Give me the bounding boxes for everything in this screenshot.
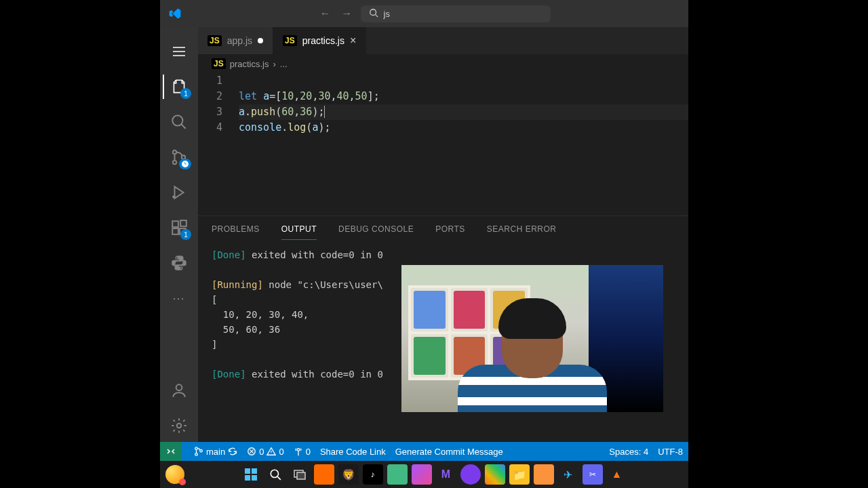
- panel-tabs: PROBLEMS OUTPUT DEBUG CONSOLE PORTS SEAR…: [198, 216, 688, 242]
- activity-bar: 1 1 ⋯: [160, 27, 198, 442]
- search-taskbar-icon[interactable]: [265, 464, 285, 485]
- file-explorer-icon[interactable]: 📁: [509, 464, 530, 485]
- svg-rect-17: [245, 468, 250, 474]
- task-view-icon[interactable]: [290, 464, 310, 485]
- status-bar: main 0 0 0 Share Code Link Generate Comm…: [160, 442, 688, 461]
- app-icon[interactable]: [534, 464, 554, 485]
- js-file-icon: JS: [208, 35, 222, 46]
- panel-tab-problems[interactable]: PROBLEMS: [212, 219, 260, 239]
- share-code-button[interactable]: Share Code Link: [320, 447, 386, 457]
- svg-point-1: [172, 115, 182, 125]
- panel-tab-ports[interactable]: PORTS: [435, 219, 465, 239]
- scm-sync-icon: [179, 159, 191, 169]
- svg-point-0: [370, 9, 376, 15]
- svg-point-13: [195, 453, 198, 456]
- weather-widget-icon[interactable]: [165, 465, 184, 484]
- error-icon: [247, 447, 256, 456]
- dirty-indicator-icon: [258, 38, 263, 43]
- nav-back-icon[interactable]: ←: [320, 7, 331, 20]
- tab-app-js[interactable]: JS app.js: [198, 27, 273, 54]
- menu-button[interactable]: [163, 35, 195, 68]
- close-tab-icon[interactable]: ×: [350, 35, 356, 47]
- app-icon[interactable]: [485, 464, 505, 485]
- svg-point-5: [172, 195, 175, 198]
- svg-point-16: [297, 449, 300, 451]
- svg-rect-18: [252, 468, 257, 474]
- branch-button[interactable]: main: [194, 447, 237, 457]
- telegram-icon[interactable]: ✈: [558, 464, 578, 485]
- svg-rect-23: [297, 472, 305, 479]
- svg-rect-7: [172, 228, 178, 235]
- encoding-button[interactable]: UTF-8: [658, 447, 683, 457]
- tiktok-icon[interactable]: ♪: [363, 464, 383, 485]
- spaces-button[interactable]: Spaces: 4: [609, 447, 648, 457]
- search-icon: [369, 8, 378, 20]
- activity-explorer[interactable]: 1: [163, 70, 195, 103]
- line-gutter: 1 2 3 4: [198, 73, 239, 216]
- svg-point-10: [176, 384, 182, 390]
- svg-rect-20: [252, 475, 257, 481]
- capcut-icon[interactable]: ✂: [583, 464, 603, 485]
- tab-practics-js[interactable]: JS practics.js ×: [273, 27, 366, 54]
- warning-icon: [267, 447, 276, 456]
- svg-rect-9: [180, 220, 186, 226]
- ports-button[interactable]: 0: [294, 447, 311, 457]
- activity-python[interactable]: [163, 247, 195, 279]
- js-file-icon: JS: [283, 35, 297, 46]
- webcam-overlay: [401, 265, 663, 412]
- svg-point-3: [173, 161, 176, 164]
- titlebar: ← → js: [160, 0, 688, 27]
- nav-forward-icon[interactable]: →: [342, 7, 353, 20]
- windows-taskbar: 🦁 ♪ M 📁 ✈ ✂ ▲: [160, 461, 688, 488]
- code-content[interactable]: let a=[10,20,30,40,50]; a.push(60,36); c…: [239, 73, 688, 216]
- commit-message-button[interactable]: Generate Commit Message: [395, 447, 503, 457]
- panel-tab-search-error[interactable]: SEARCH ERROR: [487, 219, 557, 239]
- app-icon[interactable]: [460, 464, 481, 485]
- activity-settings[interactable]: [163, 409, 195, 442]
- activity-run-debug[interactable]: [163, 176, 195, 209]
- extensions-badge: 1: [180, 229, 191, 240]
- activity-accounts[interactable]: [163, 374, 195, 407]
- start-button[interactable]: [241, 464, 261, 485]
- antenna-icon: [294, 447, 303, 456]
- activity-more-icon[interactable]: ⋯: [163, 282, 195, 314]
- search-value: js: [384, 9, 390, 19]
- app-icon[interactable]: M: [436, 464, 456, 485]
- copilot-icon[interactable]: [412, 464, 432, 485]
- code-editor[interactable]: 1 2 3 4 let a=[10,20,30,40,50]; a.push(6…: [198, 73, 688, 216]
- app-icon[interactable]: [387, 464, 408, 485]
- app-icon[interactable]: [314, 464, 334, 485]
- svg-point-12: [195, 447, 198, 450]
- chevron-right-icon: ›: [273, 59, 275, 69]
- svg-point-11: [177, 424, 182, 428]
- remote-button[interactable]: [160, 442, 182, 461]
- breadcrumb-rest: ...: [280, 59, 288, 69]
- vlc-icon[interactable]: ▲: [607, 464, 627, 485]
- svg-point-21: [271, 470, 278, 477]
- brave-icon[interactable]: 🦁: [338, 464, 359, 485]
- svg-rect-19: [245, 475, 250, 481]
- taskbar-apps: 🦁 ♪ M 📁 ✈ ✂ ▲: [184, 464, 683, 485]
- activity-search[interactable]: [163, 106, 195, 138]
- breadcrumb-file: practics.js: [230, 59, 269, 69]
- sync-icon: [228, 447, 237, 456]
- vscode-logo-icon: [168, 7, 182, 20]
- breadcrumb[interactable]: JS practics.js › ...: [198, 54, 688, 73]
- command-center-search[interactable]: js: [361, 5, 551, 22]
- js-file-icon: JS: [212, 58, 226, 69]
- tab-label: practics.js: [302, 35, 344, 46]
- svg-rect-6: [172, 221, 178, 227]
- editor-tabs: JS app.js JS practics.js ×: [198, 27, 688, 54]
- tab-label: app.js: [227, 35, 252, 46]
- panel-tab-debug-console[interactable]: DEBUG CONSOLE: [338, 219, 414, 239]
- activity-extensions[interactable]: 1: [163, 211, 195, 244]
- svg-point-2: [173, 150, 176, 154]
- activity-source-control[interactable]: [163, 141, 195, 174]
- problems-button[interactable]: 0 0: [247, 447, 283, 457]
- explorer-badge: 1: [180, 88, 191, 99]
- panel-tab-output[interactable]: OUTPUT: [281, 219, 317, 240]
